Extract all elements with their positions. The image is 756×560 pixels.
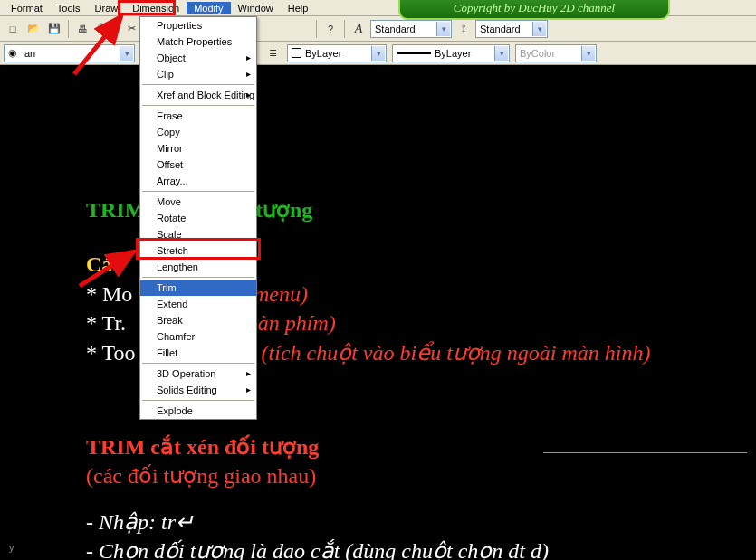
- mi-fillet[interactable]: Fillet: [140, 345, 256, 361]
- mi-object[interactable]: Object: [140, 50, 256, 66]
- mi-xref-block-editing[interactable]: Xref and Block Editing: [140, 87, 256, 103]
- linetype-combo[interactable]: ByLayer: [392, 44, 510, 62]
- help-icon[interactable]: ?: [321, 20, 340, 38]
- mi-copy[interactable]: Copy: [140, 124, 256, 140]
- open-icon[interactable]: 📂: [24, 20, 43, 38]
- preview-icon[interactable]: 🔍: [94, 20, 112, 38]
- separator: [68, 20, 69, 38]
- menu-separator: [142, 84, 254, 85]
- print-icon[interactable]: 🖶: [73, 20, 91, 38]
- separator: [117, 20, 118, 38]
- copyright-banner: Copyright by DucHuy 2D channel: [398, 0, 670, 20]
- lineweight-value: ByColor: [520, 48, 555, 59]
- mi-mirror[interactable]: Mirror: [140, 140, 256, 157]
- chevron-down-icon[interactable]: [371, 46, 385, 61]
- chevron-down-icon[interactable]: [494, 46, 508, 61]
- title2-sub: (các đối tượng giao nhau): [86, 461, 549, 490]
- layer-value: an: [24, 48, 35, 59]
- menu-format[interactable]: Format: [4, 2, 50, 14]
- layer-icon: ◉: [8, 47, 21, 60]
- new-icon[interactable]: □: [4, 20, 22, 38]
- mi-move[interactable]: Move: [140, 194, 256, 210]
- mi-properties[interactable]: Properties: [140, 17, 256, 33]
- bullet-3-red: (tích chuột vào biểu tượng ngoài màn hìn…: [262, 341, 651, 365]
- mi-match-properties[interactable]: Match Properties: [140, 33, 256, 50]
- separator: [316, 20, 317, 38]
- chevron-down-icon[interactable]: [532, 22, 546, 36]
- mi-explode[interactable]: Explode: [140, 403, 256, 419]
- mi-array[interactable]: Array...: [140, 173, 256, 189]
- mi-rotate[interactable]: Rotate: [140, 210, 256, 226]
- toolbar-properties: ◉ an ≣ ByLayer ByLayer ByColor: [0, 42, 756, 65]
- divider-line: [543, 452, 747, 453]
- mi-clip[interactable]: Clip: [140, 66, 256, 82]
- menu-separator: [142, 191, 254, 192]
- menu-separator: [142, 105, 254, 106]
- layer-combo[interactable]: ◉ an: [4, 44, 135, 62]
- step-2: - Chọn đối tượng là dao cắt (dùng chuột …: [86, 536, 549, 560]
- menu-window[interactable]: Window: [231, 2, 281, 14]
- canvas-content-2: TRIM cắt xén đối tượng (các đối tượng gi…: [86, 432, 549, 560]
- mi-3d-operation[interactable]: 3D Operation: [140, 365, 256, 382]
- menu-dimension[interactable]: Dimension: [125, 2, 187, 14]
- menu-tools[interactable]: Tools: [50, 2, 88, 14]
- menu-separator: [142, 277, 254, 278]
- textstyle-icon: A: [349, 20, 368, 38]
- dimstyle-combo[interactable]: Standard: [475, 20, 548, 38]
- textstyle-value: Standard: [375, 24, 416, 34]
- chevron-down-icon[interactable]: [120, 46, 133, 61]
- save-icon[interactable]: 💾: [45, 20, 63, 38]
- menu-help[interactable]: Help: [281, 2, 316, 14]
- mi-erase[interactable]: Erase: [140, 108, 256, 124]
- mi-offset[interactable]: Offset: [140, 157, 256, 173]
- mi-lengthen[interactable]: Lengthen: [140, 259, 256, 275]
- dimstyle-icon: ⟟: [455, 20, 473, 38]
- menu-separator: [142, 363, 254, 364]
- layer-manager-icon[interactable]: ≣: [263, 44, 282, 62]
- cut-icon[interactable]: ✂: [122, 20, 140, 38]
- bullet-3-white: * Too: [86, 341, 136, 365]
- bullet-2-white: * Tr.: [86, 311, 126, 335]
- mi-extend[interactable]: Extend: [140, 296, 256, 312]
- linetype-value: ByLayer: [435, 48, 471, 59]
- toolbar-standard: □ 📂 💾 🖶 🔍 ✂ ⧉ 📋 ? A Standard ⟟ Standard: [0, 16, 756, 42]
- lineweight-combo[interactable]: ByColor: [515, 44, 597, 62]
- mi-chamfer[interactable]: Chamfer: [140, 328, 256, 345]
- mi-solids-editing[interactable]: Solids Editing: [140, 382, 256, 398]
- menu-modify[interactable]: Modify: [187, 2, 230, 14]
- coordinate-y-mark: y: [9, 542, 14, 553]
- dimstyle-value: Standard: [480, 24, 521, 34]
- chevron-down-icon[interactable]: [436, 22, 450, 36]
- modify-dropdown: Properties Match Properties Object Clip …: [139, 16, 257, 420]
- mi-scale[interactable]: Scale: [140, 226, 256, 242]
- linetype-swatch-icon: [397, 52, 431, 54]
- mi-break[interactable]: Break: [140, 312, 256, 328]
- color-swatch-icon: [292, 48, 301, 58]
- chevron-down-icon[interactable]: [581, 46, 595, 61]
- textstyle-combo[interactable]: Standard: [370, 20, 452, 38]
- color-combo[interactable]: ByLayer: [287, 44, 387, 62]
- menu-draw[interactable]: Draw: [88, 2, 126, 14]
- title-trim: TRIM: [86, 198, 145, 222]
- mi-stretch[interactable]: Stretch: [140, 242, 256, 259]
- mi-trim[interactable]: Trim: [140, 280, 256, 296]
- separator: [344, 20, 345, 38]
- color-value: ByLayer: [305, 48, 341, 59]
- bullet-1-white: * Mo: [86, 282, 132, 306]
- title2-red: TRIM cắt xén đối tượng: [86, 432, 549, 461]
- step-1: - Nhập: tr↵: [86, 508, 549, 536]
- menu-separator: [142, 400, 254, 401]
